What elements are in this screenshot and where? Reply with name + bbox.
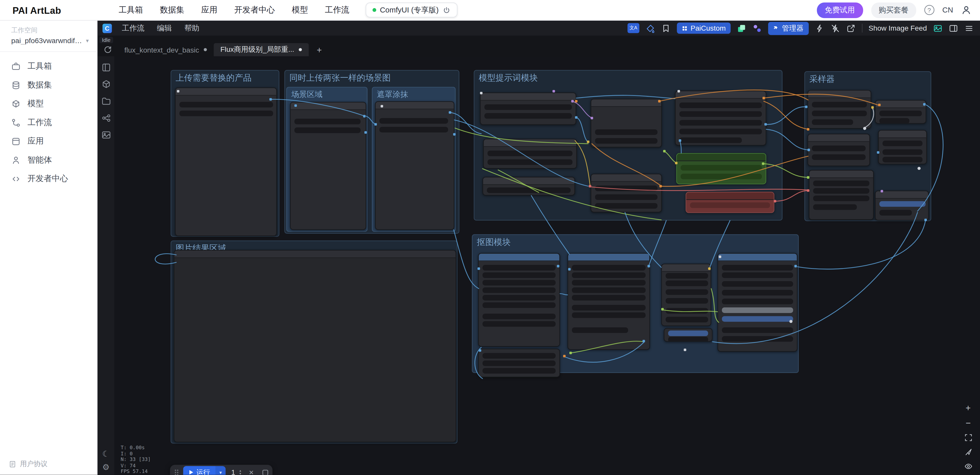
node-widget[interactable] xyxy=(812,146,865,151)
node-widget[interactable] xyxy=(722,281,793,287)
node-widget[interactable] xyxy=(487,187,571,193)
connection-slot[interactable] xyxy=(659,185,662,187)
node-widget[interactable] xyxy=(880,110,922,116)
connection-slot[interactable] xyxy=(923,103,926,106)
zap-icon[interactable] xyxy=(815,24,824,33)
cancel-icon[interactable]: ✕ xyxy=(248,469,254,475)
connection-slot[interactable] xyxy=(663,150,666,153)
comfy-node[interactable] xyxy=(590,174,662,213)
node-widget[interactable] xyxy=(483,353,556,359)
connection-slot[interactable] xyxy=(575,116,578,119)
node-widget[interactable] xyxy=(880,118,910,124)
node-widget[interactable] xyxy=(690,202,770,208)
node-header[interactable] xyxy=(480,93,576,100)
zoom-in-icon[interactable]: + xyxy=(966,404,970,412)
comfy-menu-edit[interactable]: 编辑 xyxy=(151,23,178,33)
node-widget[interactable] xyxy=(679,111,762,117)
node-widget[interactable] xyxy=(722,307,793,313)
drag-handle-icon[interactable] xyxy=(174,469,179,475)
comfy-node[interactable] xyxy=(568,253,650,350)
topbar-nav-datasets[interactable]: 数据集 xyxy=(160,4,185,16)
connection-slot[interactable] xyxy=(684,349,686,351)
node-widget[interactable] xyxy=(666,298,708,303)
node-widget[interactable] xyxy=(483,321,556,327)
node-widget[interactable] xyxy=(572,327,628,333)
comfy-node[interactable] xyxy=(290,102,366,230)
connection-slot[interactable] xyxy=(568,268,571,271)
node-header[interactable] xyxy=(718,254,797,261)
connection-slot[interactable] xyxy=(878,104,881,106)
node-widget[interactable] xyxy=(812,110,867,116)
new-tab-button[interactable]: + xyxy=(317,44,322,55)
node-header[interactable] xyxy=(677,154,765,161)
comfy-menu-help[interactable]: 帮助 xyxy=(178,23,206,33)
theme-moon-icon[interactable]: ☾ xyxy=(102,450,110,458)
node-widget[interactable] xyxy=(572,305,646,310)
folder-icon[interactable] xyxy=(101,96,111,106)
node-widget[interactable] xyxy=(666,281,708,286)
node-canvas[interactable]: T: 0.00sI: 0N: 33 [33]V: 74FPS 57.14 运行 … xyxy=(115,56,980,475)
comfyui-session-tab[interactable]: ComfyUI (专享版) xyxy=(366,3,457,17)
node-widget[interactable] xyxy=(813,188,869,194)
node-widget[interactable] xyxy=(572,288,646,293)
connection-slot[interactable] xyxy=(552,90,555,92)
node-header[interactable] xyxy=(808,91,871,98)
node-widget[interactable] xyxy=(483,368,556,373)
connection-slot[interactable] xyxy=(808,149,810,151)
node-widget[interactable] xyxy=(666,308,708,313)
connection-slot[interactable] xyxy=(563,355,566,357)
connection-slot[interactable] xyxy=(679,139,681,142)
node-widget[interactable] xyxy=(722,265,793,270)
connection-slot[interactable] xyxy=(294,104,297,107)
image-feed-toggle[interactable]: Show Image Feed xyxy=(869,24,927,32)
node-widget[interactable] xyxy=(880,201,926,207)
node-widget[interactable] xyxy=(722,327,793,333)
comfy-node[interactable] xyxy=(718,253,797,352)
connection-slot[interactable] xyxy=(374,123,377,126)
node-widget[interactable] xyxy=(722,316,793,322)
node-widget[interactable] xyxy=(483,302,556,308)
connection-slot[interactable] xyxy=(719,256,721,258)
connection-slot[interactable] xyxy=(807,189,810,192)
user-agreement-link[interactable]: 用户协议 xyxy=(0,459,97,469)
comfy-node[interactable] xyxy=(174,250,456,442)
node-widget[interactable] xyxy=(679,138,742,143)
connection-slot[interactable] xyxy=(918,167,921,170)
node-header[interactable] xyxy=(291,103,366,110)
connection-slot[interactable] xyxy=(479,349,481,352)
connection-slot[interactable] xyxy=(805,106,808,108)
language-toggle[interactable]: CN xyxy=(942,6,953,14)
comfyui-logo[interactable]: C xyxy=(103,24,112,33)
node-widget[interactable] xyxy=(681,174,762,180)
sidebar-item-agents[interactable]: 智能体 xyxy=(0,151,97,169)
model-library-icon[interactable] xyxy=(101,79,111,89)
node-widget[interactable] xyxy=(883,149,923,155)
sidebar-item-datasets[interactable]: 数据集 xyxy=(0,76,97,94)
menu-icon[interactable] xyxy=(964,24,974,33)
node-widget[interactable] xyxy=(883,141,923,146)
connection-slot[interactable] xyxy=(762,162,764,165)
node-widget[interactable] xyxy=(572,265,646,270)
node-widget[interactable] xyxy=(595,194,657,200)
node-widget[interactable] xyxy=(572,295,646,300)
topbar-nav-dev-center[interactable]: 开发者中心 xyxy=(234,4,275,16)
visibility-eye-icon[interactable] xyxy=(964,462,972,470)
node-header[interactable] xyxy=(591,174,661,182)
workflows-panel-icon[interactable] xyxy=(101,62,111,73)
zoom-out-icon[interactable]: − xyxy=(966,419,970,427)
node-widget[interactable] xyxy=(595,129,657,135)
plugin-palette-icon[interactable] xyxy=(752,24,762,33)
connection-slot[interactable] xyxy=(764,123,767,126)
node-widget[interactable] xyxy=(883,157,923,162)
node-widget[interactable] xyxy=(572,312,646,318)
node-widget[interactable] xyxy=(679,120,762,126)
node-widget[interactable] xyxy=(813,195,869,201)
node-widget[interactable] xyxy=(812,102,867,107)
node-widget[interactable] xyxy=(722,336,793,342)
user-icon[interactable] xyxy=(961,5,971,15)
comfy-node[interactable] xyxy=(875,191,929,221)
node-header[interactable] xyxy=(662,264,711,272)
topbar-nav-apps[interactable]: 应用 xyxy=(201,4,218,16)
node-widget[interactable] xyxy=(380,127,448,132)
free-trial-button[interactable]: 免费试用 xyxy=(817,2,863,18)
